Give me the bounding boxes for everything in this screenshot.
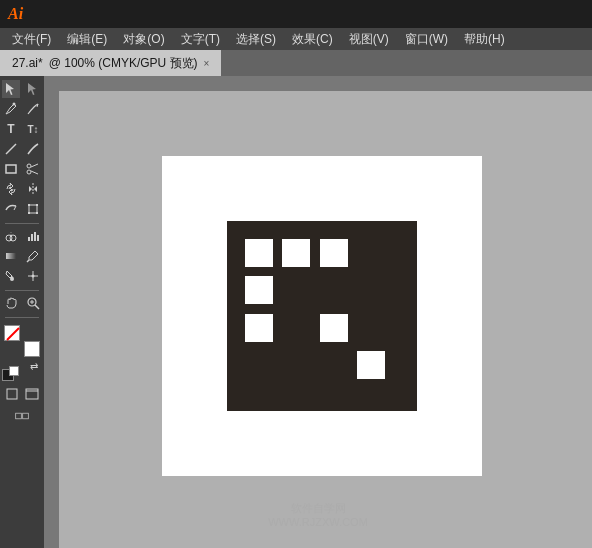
screen-mode-row (3, 385, 41, 403)
svg-point-2 (13, 103, 16, 106)
svg-rect-15 (28, 204, 30, 206)
type-tool[interactable]: T (2, 120, 20, 138)
menu-select[interactable]: 选择(S) (228, 29, 284, 50)
svg-rect-23 (31, 234, 33, 241)
svg-point-7 (27, 170, 31, 174)
shape-builder-tool[interactable] (2, 227, 20, 245)
no-fill-icon (5, 326, 21, 342)
qr-block-r3c1 (245, 314, 273, 342)
svg-line-35 (7, 328, 19, 340)
title-bar: Ai (0, 0, 592, 28)
svg-rect-14 (29, 205, 37, 213)
svg-line-8 (31, 164, 38, 167)
menu-bar: 文件(F) 编辑(E) 对象(O) 文字(T) 选择(S) 效果(C) 视图(V… (0, 28, 592, 50)
paint-bucket-tool[interactable] (2, 267, 20, 285)
eyedropper-tool[interactable] (24, 247, 42, 265)
qr-block-r2c1 (245, 276, 273, 304)
svg-rect-16 (36, 204, 38, 206)
svg-rect-39 (16, 413, 22, 419)
svg-rect-40 (23, 413, 29, 419)
svg-marker-12 (34, 186, 37, 192)
rotate-tool[interactable] (2, 180, 20, 198)
reflect-tool[interactable] (24, 180, 42, 198)
menu-object[interactable]: 对象(O) (115, 29, 172, 50)
svg-rect-5 (6, 165, 16, 173)
tool-row-gradient (2, 247, 42, 265)
ruler-vertical (44, 91, 59, 548)
arc-tool[interactable] (24, 140, 42, 158)
qr-block-r3c3 (320, 314, 348, 342)
pen-tool[interactable] (2, 100, 20, 118)
qr-block-r4c4 (357, 351, 385, 379)
svg-marker-1 (28, 83, 36, 95)
gradient-tool[interactable] (2, 247, 20, 265)
tool-row-1 (2, 80, 42, 98)
tool-row-rect (2, 160, 42, 178)
warp-tool[interactable] (2, 200, 20, 218)
ai-logo: Ai (8, 5, 23, 23)
tool-row-warp (2, 200, 42, 218)
tool-row-shape (2, 227, 42, 245)
rect-tool[interactable] (2, 160, 20, 178)
scissors-tool[interactable] (24, 160, 42, 178)
svg-marker-0 (6, 83, 14, 95)
watermark-line1: 软件自学网 (268, 501, 368, 516)
svg-rect-22 (28, 237, 30, 241)
svg-rect-36 (7, 389, 17, 399)
watermark-line2: WWW.RJZXW.COM (268, 516, 368, 528)
freeform-pen-tool[interactable] (24, 100, 42, 118)
tab-label: 27.ai* (12, 56, 43, 70)
svg-rect-17 (28, 212, 30, 214)
document-tab[interactable]: 27.ai* @ 100% (CMYK/GPU 预览) × (0, 50, 221, 76)
change-screen-mode-row (4, 407, 40, 425)
select-tool[interactable] (2, 80, 20, 98)
main-layout: T T↕ (0, 76, 592, 548)
qr-block-r1c3 (320, 239, 348, 267)
menu-help[interactable]: 帮助(H) (456, 29, 513, 50)
bar-chart-tool[interactable] (24, 227, 42, 245)
free-transform-tool[interactable] (24, 200, 42, 218)
tool-row-line (2, 140, 42, 158)
separator-3 (5, 317, 39, 318)
svg-point-30 (32, 275, 35, 278)
full-screen-mode[interactable] (23, 385, 41, 403)
svg-rect-26 (6, 253, 16, 259)
swap-colors-area: ⇄ (2, 361, 42, 381)
tool-row-type: T T↕ (2, 120, 42, 138)
menu-text[interactable]: 文字(T) (173, 29, 228, 50)
tab-bar: 27.ai* @ 100% (CMYK/GPU 预览) × (0, 50, 592, 76)
svg-line-13 (14, 206, 16, 210)
menu-window[interactable]: 窗口(W) (397, 29, 456, 50)
svg-point-6 (27, 164, 31, 168)
menu-effect[interactable]: 效果(C) (284, 29, 341, 50)
color-controls (2, 323, 42, 359)
tool-row-paint (2, 267, 42, 285)
hand-tool[interactable] (2, 294, 20, 312)
separator-2 (5, 290, 39, 291)
mesh-tool[interactable] (24, 267, 42, 285)
svg-line-9 (31, 171, 38, 174)
zoom-tool[interactable] (24, 294, 42, 312)
menu-edit[interactable]: 编辑(E) (59, 29, 115, 50)
tab-info: @ 100% (CMYK/GPU 预览) (49, 55, 198, 72)
svg-line-32 (35, 305, 39, 309)
canvas-area: 软件自学网 WWW.RJZXW.COM (44, 76, 592, 548)
stroke-color-box[interactable] (24, 341, 40, 357)
menu-file[interactable]: 文件(F) (4, 29, 59, 50)
vertical-type-tool[interactable]: T↕ (24, 120, 42, 138)
toolbar: T T↕ (0, 76, 44, 548)
tab-close-button[interactable]: × (204, 58, 210, 69)
swap-icon[interactable]: ⇄ (30, 361, 38, 372)
line-tool[interactable] (2, 140, 20, 158)
menu-view[interactable]: 视图(V) (341, 29, 397, 50)
direct-select-tool[interactable] (24, 80, 42, 98)
watermark: 软件自学网 WWW.RJZXW.COM (268, 501, 368, 528)
tool-row-2 (2, 100, 42, 118)
default-stroke-box[interactable] (9, 366, 19, 376)
svg-line-27 (27, 260, 29, 262)
svg-rect-24 (34, 232, 36, 241)
fill-color-box[interactable] (4, 325, 20, 341)
ruler-horizontal (59, 76, 592, 91)
normal-screen-mode[interactable] (3, 385, 21, 403)
change-screen-button[interactable] (4, 407, 40, 425)
